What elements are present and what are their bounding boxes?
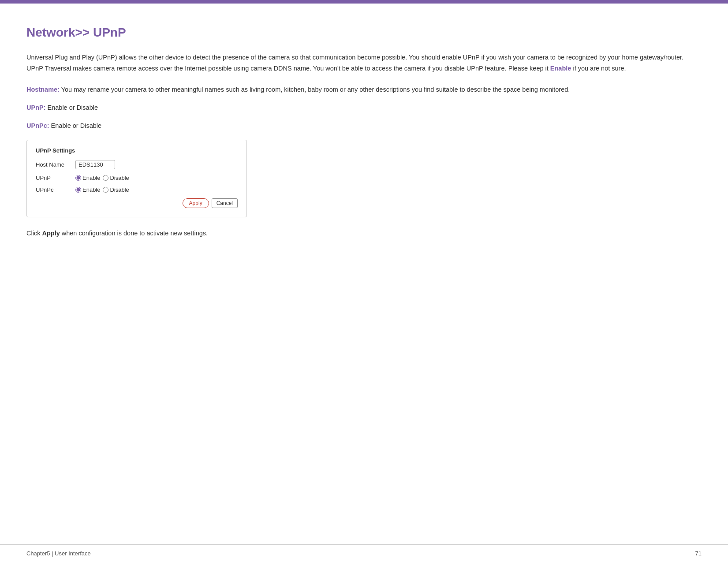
upnpc-row-label: UPnPc: [36, 186, 75, 193]
upnpc-desc: Enable or Disable: [49, 122, 102, 129]
upnp-settings-box: UPnP Settings Host Name UPnP Enable Disa: [26, 140, 247, 217]
intro-text-suffix: if you are not sure.: [573, 65, 626, 72]
footer-chapter: Chapter5 | User Interface: [26, 550, 91, 557]
upnp-disable-text: Disable: [110, 175, 129, 181]
upnp-enable-label[interactable]: Enable: [75, 175, 100, 181]
page-footer: Chapter5 | User Interface 71: [0, 544, 728, 562]
cancel-button[interactable]: Cancel: [212, 198, 238, 208]
upnpc-disable-radio[interactable]: [103, 187, 108, 193]
upnpc-disable-label[interactable]: Disable: [103, 186, 129, 193]
button-row: Apply Cancel: [36, 198, 238, 208]
upnpc-row: UPnPc Enable Disable: [36, 186, 238, 193]
footer-page-number: 71: [695, 550, 702, 557]
upnp-disable-radio[interactable]: [103, 175, 108, 181]
settings-title: UPnP Settings: [36, 147, 238, 154]
upnp-enable-radio[interactable]: [75, 175, 81, 181]
hostname-term: Hostname:: [26, 86, 60, 93]
click-note-bold: Apply: [42, 230, 60, 237]
click-apply-note: Click Apply when configuration is done t…: [26, 230, 702, 237]
upnp-section: UPnP: Enable or Disable: [26, 102, 702, 113]
upnpc-term: UPnPc:: [26, 122, 49, 129]
click-note-suffix: when configuration is done to activate n…: [60, 230, 208, 237]
upnpc-disable-text: Disable: [110, 186, 129, 193]
upnp-enable-text: Enable: [82, 175, 100, 181]
hostname-desc: You may rename your camera to other mean…: [60, 86, 570, 93]
upnpc-section: UPnPc: Enable or Disable: [26, 120, 702, 131]
upnpc-enable-radio[interactable]: [75, 187, 81, 193]
hostname-input[interactable]: [75, 160, 115, 169]
hostname-section: Hostname: You may rename your camera to …: [26, 84, 702, 95]
upnp-desc: Enable or Disable: [46, 104, 98, 111]
enable-highlight: Enable: [550, 65, 571, 72]
hostname-row: Host Name: [36, 160, 238, 169]
page-wrapper: Network>> UPnP Universal Plug and Play (…: [0, 0, 728, 562]
click-note-prefix: Click: [26, 230, 42, 237]
upnp-disable-label[interactable]: Disable: [103, 175, 129, 181]
upnp-row: UPnP Enable Disable: [36, 175, 238, 181]
main-content: Network>> UPnP Universal Plug and Play (…: [0, 4, 728, 544]
intro-description: Universal Plug and Play (UPnP) allows th…: [26, 52, 702, 74]
upnp-term: UPnP:: [26, 104, 46, 111]
upnp-radio-group: Enable Disable: [75, 175, 129, 181]
upnpc-enable-label[interactable]: Enable: [75, 186, 100, 193]
page-title: Network>> UPnP: [26, 26, 702, 40]
top-bar: [0, 0, 728, 4]
hostname-row-control: [75, 160, 115, 169]
upnpc-radio-group: Enable Disable: [75, 186, 129, 193]
apply-button[interactable]: Apply: [183, 198, 209, 208]
upnpc-enable-text: Enable: [82, 186, 100, 193]
upnp-row-label: UPnP: [36, 175, 75, 181]
hostname-row-label: Host Name: [36, 161, 75, 168]
